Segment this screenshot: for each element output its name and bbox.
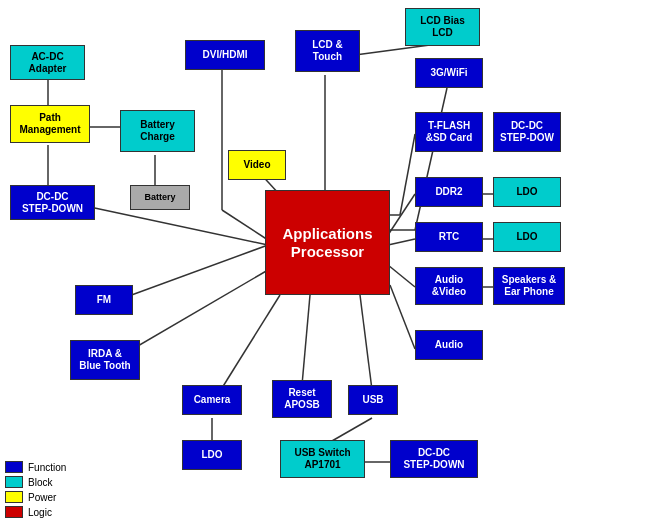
legend-block: Block bbox=[5, 476, 66, 488]
logic-label: Logic bbox=[28, 507, 52, 518]
function-label: Function bbox=[28, 462, 66, 473]
block-color bbox=[5, 476, 23, 488]
logic-color bbox=[5, 506, 23, 518]
power-label: Power bbox=[28, 492, 56, 503]
ac-dc-adapter-block: AC-DC Adapter bbox=[10, 45, 85, 80]
t-flash-sd-block: T-FLASH&SD Card bbox=[415, 112, 483, 152]
diagram-container: AC-DC Adapter PathManagement DC-DCSTEP-D… bbox=[0, 0, 650, 480]
svg-line-24 bbox=[360, 295, 372, 390]
rtc-block: RTC bbox=[415, 222, 483, 252]
ddr2-block: DDR2 bbox=[415, 177, 483, 207]
power-color bbox=[5, 491, 23, 503]
dvi-hdmi-block: DVI/HDMI bbox=[185, 40, 265, 70]
applications-processor-block: ApplicationsProcessor bbox=[265, 190, 390, 295]
video-block: Video bbox=[228, 150, 286, 180]
ldo2-block: LDO bbox=[493, 222, 561, 252]
path-management-block: PathManagement bbox=[10, 105, 90, 143]
battery-charge-block: BatteryCharge bbox=[120, 110, 195, 152]
legend-logic: Logic bbox=[5, 506, 66, 518]
usb-switch-block: USB SwitchAP1701 bbox=[280, 440, 365, 478]
svg-line-9 bbox=[415, 88, 447, 230]
svg-line-23 bbox=[302, 295, 310, 385]
usb-block: USB bbox=[348, 385, 398, 415]
fm-block: FM bbox=[75, 285, 133, 315]
battery-block: Battery bbox=[130, 185, 190, 210]
lcd-touch-block: LCD &Touch bbox=[295, 30, 360, 72]
audio-block: Audio bbox=[415, 330, 483, 360]
block-label: Block bbox=[28, 477, 52, 488]
svg-line-7 bbox=[355, 45, 430, 55]
svg-line-17 bbox=[388, 265, 415, 287]
legend: Function Block Power Logic bbox=[5, 461, 66, 518]
dc-dc-step-down-left-block: DC-DCSTEP-DOWN bbox=[10, 185, 95, 220]
lcd-bias-block: LCD BiasLCD bbox=[405, 8, 480, 46]
function-color bbox=[5, 461, 23, 473]
legend-function: Function bbox=[5, 461, 66, 473]
irda-bluetooth-block: IRDA &Blue Tooth bbox=[70, 340, 140, 380]
ldo-bottom-block: LDO bbox=[182, 440, 242, 470]
svg-line-11 bbox=[400, 134, 415, 215]
speakers-block: Speakers &Ear Phone bbox=[493, 267, 565, 305]
legend-power: Power bbox=[5, 491, 66, 503]
svg-line-13 bbox=[388, 194, 415, 235]
svg-line-19 bbox=[390, 285, 415, 349]
svg-line-5 bbox=[222, 210, 268, 240]
ldo1-block: LDO bbox=[493, 177, 561, 207]
svg-line-28 bbox=[90, 207, 268, 245]
svg-line-15 bbox=[388, 239, 415, 245]
dc-dc-step-down-right-block: DC-DCSTEP-DOW bbox=[493, 112, 561, 152]
dc-dc-step-down-bottom-block: DC-DCSTEP-DOWN bbox=[390, 440, 478, 478]
audio-video-block: Audio&Video bbox=[415, 267, 483, 305]
reset-aposb-block: ResetAPOSB bbox=[272, 380, 332, 418]
3g-wifi-block: 3G/WiFi bbox=[415, 58, 483, 88]
camera-block: Camera bbox=[182, 385, 242, 415]
